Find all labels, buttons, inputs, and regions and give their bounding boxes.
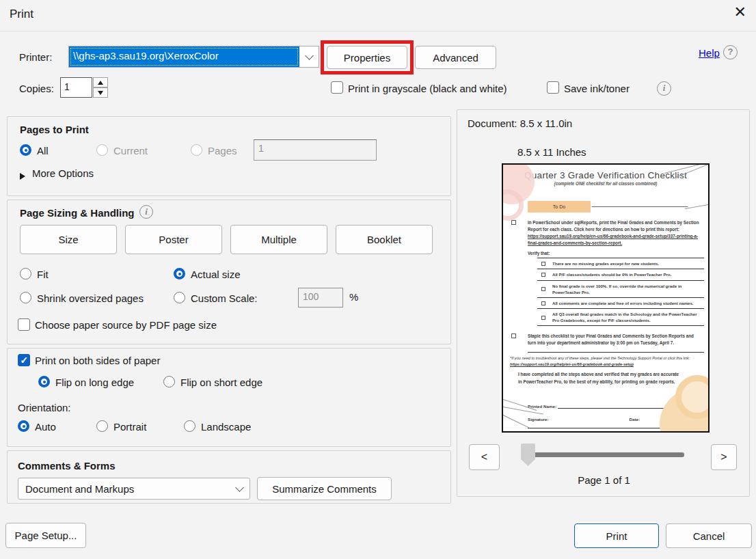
actual-size-label[interactable]: Actual size	[191, 269, 241, 280]
pages-all-label[interactable]: All	[37, 145, 49, 156]
custom-scale-radio[interactable]	[174, 292, 185, 303]
table-row-text: All P/F classes/students should be 0% in…	[552, 271, 699, 277]
table-row-text: All comments are complete and free of er…	[552, 300, 699, 306]
printer-selected-value: \\ghs-ap3.sau19.org\XeroxColor	[69, 46, 299, 67]
properties-button[interactable]: Properties	[327, 46, 407, 69]
previous-page-button[interactable]: <	[469, 444, 500, 470]
flip-long-radio[interactable]	[38, 376, 50, 387]
flip-short-radio[interactable]	[163, 376, 175, 387]
todo-tag: To Do	[528, 201, 591, 213]
preview-panel: Document: 8.5 x 11.0in 8.5 x 11 Inches Q…	[457, 109, 750, 497]
more-options-expander-icon[interactable]	[20, 170, 25, 182]
checkbox-icon	[511, 220, 516, 225]
page-slider-thumb[interactable]	[521, 444, 535, 466]
todo-header: To Do	[528, 201, 708, 213]
table-row: No final grade is over 100%. If so, over…	[537, 281, 704, 298]
table-row: There are no missing grades except for n…	[537, 258, 704, 269]
orientation-landscape-label[interactable]: Landscape	[201, 421, 251, 433]
choose-paper-source-checkbox[interactable]	[18, 318, 30, 331]
checklist-title: Quarter 3 Grade Verification Checklist	[503, 170, 708, 180]
footnote-text: *If you need to troubleshoot any of thes…	[510, 356, 690, 360]
percent-label: %	[349, 291, 358, 303]
checkbox-icon	[541, 316, 545, 320]
choose-paper-source-label[interactable]: Choose paper source by PDF page size	[35, 319, 217, 331]
dialog-title: Print	[10, 8, 33, 21]
actual-size-radio[interactable]	[174, 268, 185, 280]
pages-range-radio[interactable]	[191, 144, 202, 156]
pages-range-input[interactable]: 1	[254, 139, 377, 161]
custom-scale-input[interactable]: 100	[298, 288, 343, 308]
size-button[interactable]: Size	[20, 225, 117, 254]
comments-forms-panel: Comments & Forms Document and Markups Su…	[7, 450, 451, 504]
comments-forms-title: Comments & Forms	[18, 460, 116, 472]
copies-input[interactable]: 1	[60, 77, 92, 98]
grayscale-checkbox[interactable]	[331, 81, 343, 94]
checkbox-icon	[541, 273, 545, 277]
more-options-label[interactable]: More Options	[32, 167, 94, 179]
shrink-radio[interactable]	[20, 292, 31, 303]
todo-underline	[592, 206, 688, 207]
both-sides-checkbox[interactable]	[18, 354, 30, 366]
cancel-button[interactable]: Cancel	[666, 523, 752, 548]
flip-long-label[interactable]: Flip on long edge	[55, 377, 134, 388]
copies-label: Copies:	[19, 83, 54, 94]
page-sizing-title: Page Sizing & Handling	[20, 207, 135, 219]
copies-decrement-button[interactable]	[93, 87, 108, 98]
orientation-portrait-label[interactable]: Portrait	[113, 421, 146, 433]
summarize-comments-button[interactable]: Summarize Comments	[257, 477, 392, 500]
checklist-item-link: https://support.sau19.org/help/en-us/66-…	[528, 234, 698, 245]
page-setup-button[interactable]: Page Setup...	[5, 523, 86, 548]
duplex-panel: Print on both sides of paper Flip on lon…	[7, 348, 451, 447]
copies-increment-button[interactable]	[93, 77, 108, 87]
checklist-item-text: In PowerSchool under sqlReports, print t…	[528, 220, 699, 232]
both-sides-label[interactable]: Print on both sides of paper	[35, 355, 160, 366]
help-icon[interactable]: ?	[723, 45, 738, 59]
orientation-landscape-radio[interactable]	[184, 420, 195, 432]
fit-label[interactable]: Fit	[37, 269, 49, 280]
grayscale-checkbox-label: Print in grayscale (black and white)	[348, 83, 507, 94]
save-ink-checkbox-label: Save ink/toner	[564, 83, 630, 94]
pages-to-print-title: Pages to Print	[20, 124, 89, 135]
custom-scale-label[interactable]: Custom Scale:	[191, 292, 258, 304]
pages-current-radio[interactable]	[96, 144, 108, 156]
orientation-auto-radio[interactable]	[18, 420, 29, 432]
poster-button[interactable]: Poster	[125, 225, 222, 254]
save-ink-checkbox[interactable]	[547, 81, 559, 94]
page-slider-track[interactable]	[526, 452, 684, 457]
orientation-portrait-radio[interactable]	[96, 420, 108, 432]
print-button[interactable]: Print	[574, 523, 659, 548]
orientation-auto-label[interactable]: Auto	[35, 421, 56, 433]
checkbox-icon	[541, 262, 545, 266]
page-sizing-info-icon[interactable]: i	[139, 205, 153, 219]
decorative-line	[502, 413, 530, 428]
footnote: *If you need to troubleshoot any of thes…	[510, 355, 703, 368]
flip-short-label[interactable]: Flip on short edge	[180, 377, 262, 388]
document-preview-page: Quarter 3 Grade Verification Checklist (…	[502, 163, 710, 433]
table-row-text: All Q3 overall final grades match in the…	[552, 311, 699, 323]
table-row-text: No final grade is over 100%. If so, over…	[552, 283, 699, 295]
printed-name-line	[558, 403, 692, 409]
next-page-button[interactable]: >	[711, 444, 737, 470]
comments-forms-dropdown-value: Document and Markups	[18, 483, 229, 495]
checklist-item-text: Staple this checklist to your Final Grad…	[528, 333, 697, 346]
printer-dropdown-chevron[interactable]	[299, 46, 319, 67]
booklet-button[interactable]: Booklet	[336, 225, 433, 254]
close-icon[interactable]: ✕	[734, 5, 746, 20]
pages-all-radio[interactable]	[20, 144, 31, 156]
printer-select[interactable]: \\ghs-ap3.sau19.org\XeroxColor	[68, 46, 319, 68]
pages-to-print-panel: Pages to Print All Current Pages 1 More …	[7, 116, 451, 196]
advanced-button[interactable]: Advanced	[415, 46, 496, 69]
shrink-label[interactable]: Shrink oversized pages	[37, 292, 144, 304]
multiple-button[interactable]: Multiple	[230, 225, 327, 254]
arrow-up-icon	[98, 81, 103, 85]
titlebar-divider	[0, 31, 756, 31]
table-row: All comments are complete and free of er…	[537, 298, 704, 309]
info-icon[interactable]: i	[657, 81, 671, 96]
arrow-down-icon	[98, 91, 103, 95]
page-indicator: Page 1 of 1	[457, 474, 751, 486]
comments-forms-dropdown[interactable]: Document and Markups	[18, 478, 250, 500]
checkbox-icon	[541, 301, 545, 305]
pages-current-label: Current	[113, 145, 148, 156]
help-link[interactable]: Help	[699, 47, 720, 59]
fit-radio[interactable]	[20, 268, 31, 280]
